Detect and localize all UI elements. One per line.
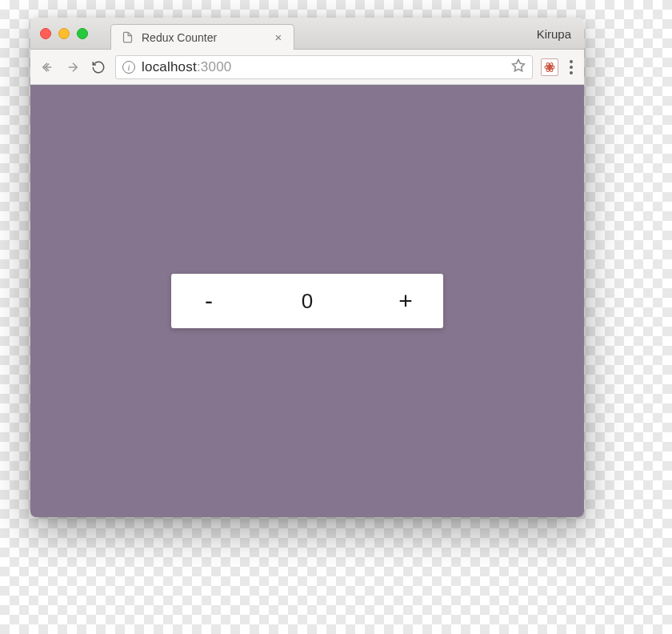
svg-marker-3 <box>513 59 525 70</box>
maximize-window-button[interactable] <box>77 28 88 39</box>
tabstrip: Redux Counter × <box>110 18 294 49</box>
url-text: localhost:3000 <box>142 59 231 75</box>
address-bar: i localhost:3000 <box>30 50 584 85</box>
bookmark-star-icon[interactable] <box>511 58 526 76</box>
titlebar: Redux Counter × Kirupa <box>30 18 584 50</box>
tab-close-button[interactable]: × <box>273 30 284 44</box>
extension-icon[interactable] <box>541 58 558 76</box>
back-button[interactable] <box>38 58 56 76</box>
url-field[interactable]: i localhost:3000 <box>115 55 533 79</box>
counter-value: 0 <box>302 289 313 314</box>
svg-point-4 <box>549 66 551 68</box>
url-port: :3000 <box>197 59 232 74</box>
tab-title: Redux Counter <box>142 31 265 44</box>
counter-widget: - 0 + <box>171 274 443 328</box>
increment-button[interactable]: + <box>394 287 418 315</box>
browser-tab[interactable]: Redux Counter × <box>110 24 294 50</box>
site-info-icon[interactable]: i <box>122 61 135 74</box>
page-favicon-icon <box>121 31 134 44</box>
minimize-window-button[interactable] <box>58 28 70 39</box>
profile-name[interactable]: Kirupa <box>537 18 571 50</box>
browser-menu-button[interactable] <box>566 60 576 74</box>
decrement-button[interactable]: - <box>197 287 221 315</box>
browser-window: Redux Counter × Kirupa i localhost:3000 <box>30 18 584 517</box>
window-controls <box>40 28 88 39</box>
close-window-button[interactable] <box>40 28 51 39</box>
page-viewport: - 0 + <box>30 85 584 517</box>
forward-button[interactable] <box>64 58 82 76</box>
url-host: localhost <box>142 59 197 74</box>
reload-button[interactable] <box>90 58 107 76</box>
